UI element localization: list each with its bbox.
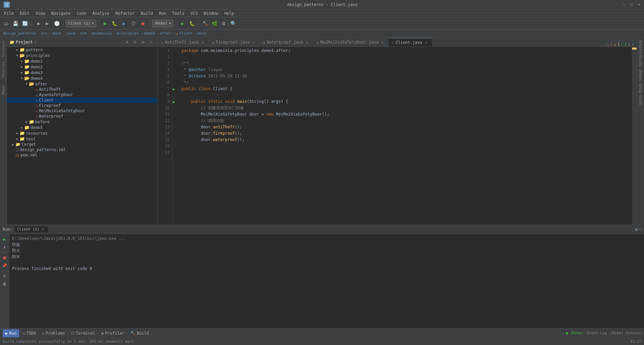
bc-meimeixia[interactable]: meimeixia <box>92 31 112 36</box>
bc-src[interactable]: src <box>41 31 48 36</box>
run-pin-button[interactable]: 📌 <box>1 262 8 269</box>
tab-antitheft[interactable]: ☕ AntiTheft.java ✕ <box>158 38 209 47</box>
menu-file[interactable]: File <box>1 10 16 16</box>
bc-client[interactable]: Client <box>179 31 193 36</box>
bc-java[interactable]: java <box>66 31 75 36</box>
recent-button[interactable]: 🕐 <box>53 19 61 27</box>
run-jrebel-button[interactable]: ▶ <box>178 19 186 27</box>
tab-meimeixia-close[interactable]: ✕ <box>380 40 385 45</box>
bc-design-patterns[interactable]: design_patterns <box>3 31 36 36</box>
tree-demo5[interactable]: ▶ 📁 demo5 <box>7 125 157 130</box>
minimize-button[interactable]: ─ <box>622 2 627 7</box>
code-editor[interactable]: 1 2 3 4 5 6 7 8 9 10 11 12 13 14 15 16 1… <box>158 47 637 224</box>
bc-com[interactable]: com <box>80 31 87 36</box>
tab-run[interactable]: ▶ Run <box>3 329 19 337</box>
run-scroll-end-button[interactable]: ⬇ <box>1 244 8 251</box>
event-log-btn[interactable]: Event Log <box>587 331 607 335</box>
run-tab-close[interactable]: ✕ <box>41 227 45 232</box>
run-wrap-button[interactable]: ⟳ <box>1 272 8 280</box>
tree-resources[interactable]: ▶ 📁 resources <box>7 130 157 136</box>
tab-waterproof[interactable]: ☕ Waterproof.java ✕ <box>260 38 313 47</box>
menu-navigate[interactable]: Navigate <box>49 10 73 16</box>
jrebel-console-btn[interactable]: JRebel Console <box>610 331 641 335</box>
run-coverage-button[interactable]: ▶ <box>120 19 128 27</box>
tree-principles[interactable]: ▼ 📂 principles <box>7 53 157 58</box>
run-clear-button[interactable]: 🗑 <box>1 280 8 288</box>
tab-fireproof-close[interactable]: ✕ <box>251 40 256 45</box>
vcs-button[interactable]: 🌿 <box>210 19 218 27</box>
tree-fireproof[interactable]: ☕ Fireproof <box>7 103 157 108</box>
tree-iml[interactable]: ⬡ design_patterns.iml <box>7 147 157 152</box>
tab-profiler[interactable]: ◈ Profiler <box>99 329 127 337</box>
scroll-down-btn[interactable]: ∨ <box>632 42 634 47</box>
run-stop-button[interactable]: ■ <box>1 254 8 261</box>
menu-vcs[interactable]: VCS <box>188 10 201 16</box>
structure-tab[interactable]: Structure <box>1 39 6 59</box>
run-restart-button[interactable]: ▶ <box>1 235 8 243</box>
project-icon[interactable]: 🗂 <box>2 19 10 27</box>
project-hide-button[interactable]: ─ <box>148 39 155 46</box>
menu-build[interactable]: Build <box>138 10 156 16</box>
tab-terminal[interactable]: ⬡ Terminal <box>68 329 98 337</box>
tab-fireproof[interactable]: ☕ Fireproof.java ✕ <box>209 38 260 47</box>
jrebel-dropdown[interactable]: JRebel ▾ <box>152 19 173 27</box>
run-tab-client[interactable]: Client (1) ✕ <box>14 226 48 232</box>
bc-principles[interactable]: principles <box>116 31 139 36</box>
project-dropdown-arrow[interactable]: ▾ <box>34 40 37 44</box>
bc-main-method[interactable]: main <box>198 31 207 36</box>
tab-waterproof-close[interactable]: ✕ <box>305 40 310 45</box>
scroll-up-btn[interactable]: ∧ <box>628 42 631 47</box>
notifications-tab[interactable]: Notifications <box>639 40 642 67</box>
code-content[interactable]: package com.meimeixia.principles.demo4.a… <box>179 47 632 224</box>
favorites-tab[interactable]: Favorites <box>1 60 6 80</box>
bc-after[interactable]: after <box>160 31 171 36</box>
menu-run[interactable]: Run <box>156 10 169 16</box>
tree-test[interactable]: ▶ 📁 test <box>7 136 157 142</box>
menu-analyze[interactable]: Analyze <box>90 10 112 16</box>
tree-demo1[interactable]: ▶ 📁 demo1 <box>7 58 157 64</box>
tab-client[interactable]: ☕ Client.java ✕ <box>388 38 432 47</box>
menu-window[interactable]: Window <box>201 10 221 16</box>
tree-demo3[interactable]: ▶ 📁 demo3 <box>7 70 157 75</box>
tree-demo2[interactable]: ▶ 📁 demo2 <box>7 64 157 70</box>
build-button[interactable]: 🔨 <box>201 19 209 27</box>
run-settings-button[interactable]: ⚙ <box>635 227 638 232</box>
tab-todo[interactable]: ☑ TODO <box>20 329 39 337</box>
project-locate-button[interactable]: ⊕ <box>124 39 130 46</box>
tree-waterproof[interactable]: ☕ Waterproof <box>7 114 157 119</box>
tab-antitheft-close[interactable]: ✕ <box>200 40 205 45</box>
run-gutter-9[interactable]: ▶ <box>173 99 175 104</box>
terminal-button[interactable]: 🖥 <box>220 19 228 27</box>
search-button[interactable]: 🔍 <box>229 19 237 27</box>
tree-pomxml[interactable]: 🗂 pom.xml <box>7 152 157 158</box>
save-button[interactable]: 💾 <box>11 19 19 27</box>
tree-antitheft[interactable]: ☕ AntiTheft <box>7 87 157 92</box>
tree-demo4[interactable]: ▼ 📂 demo4 <box>7 75 157 81</box>
project-settings-button[interactable]: ⚙ <box>140 39 147 46</box>
menu-edit[interactable]: Edit <box>17 10 32 16</box>
run-hide-button[interactable]: ─ <box>639 227 641 232</box>
tree-pattern[interactable]: ▶ 📁 pattern <box>7 47 157 53</box>
forward-button[interactable]: ▶ <box>43 19 51 27</box>
tree-before[interactable]: ▶ 📁 before <box>7 119 157 125</box>
tree-after[interactable]: ▼ 📂 after <box>7 81 157 87</box>
tab-problems[interactable]: ⚠ Problems <box>39 329 68 337</box>
menu-tools[interactable]: Tools <box>170 10 187 16</box>
menu-view[interactable]: View <box>33 10 48 16</box>
bc-main[interactable]: main <box>52 31 61 36</box>
debug-jrebel-button[interactable]: 🐛 <box>188 19 196 27</box>
tab-client-close[interactable]: ✕ <box>424 40 429 45</box>
menu-code[interactable]: Code <box>74 10 89 16</box>
menu-help[interactable]: Help <box>222 10 237 16</box>
tree-client[interactable]: ☕ Client <box>7 97 157 103</box>
tree-meimeixia-safetydoor[interactable]: ☕ MeiMeiXiaSafetyDoor <box>7 108 157 114</box>
run-output[interactable]: D:\Developer\Java\jdk1.8.0_181\bin\java.… <box>9 234 644 328</box>
tab-build[interactable]: 🔨 Build <box>128 329 152 337</box>
project-collapse-button[interactable]: ⊟ <box>132 39 139 46</box>
menu-refactor[interactable]: Refactor <box>113 10 138 16</box>
jrebel-setup-tab[interactable]: JRebel Setup Guide <box>639 67 642 107</box>
stop-button[interactable]: ■ <box>139 19 147 27</box>
close-button[interactable]: ✕ <box>637 2 641 7</box>
run-button[interactable]: ▶ <box>101 19 109 27</box>
bc-demo4[interactable]: demo4 <box>144 31 155 36</box>
